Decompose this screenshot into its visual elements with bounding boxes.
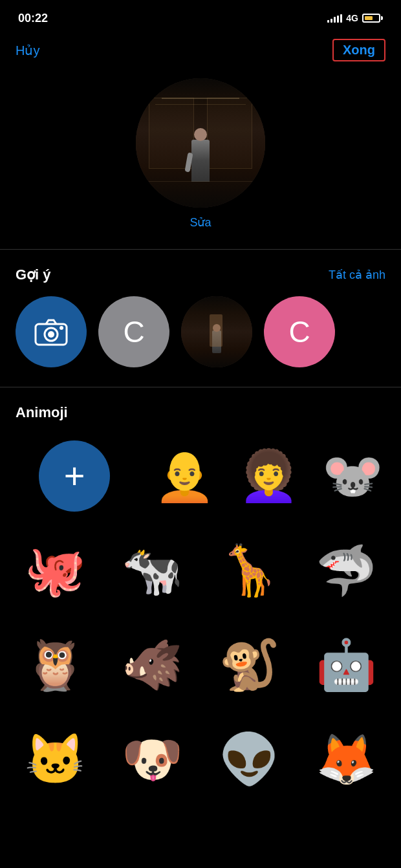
animoji-alien[interactable]: 👽 — [207, 717, 291, 801]
animoji-shark[interactable]: 🦈 — [304, 528, 388, 613]
svg-point-3 — [60, 326, 63, 330]
network-label: 4G — [346, 13, 358, 23]
camera-icon — [34, 318, 68, 346]
nav-bar: Hủy Xong — [0, 32, 401, 72]
animoji-monkey[interactable]: 🐒 — [207, 623, 291, 707]
animoji-woman-glasses[interactable]: 👩‍🦱 — [226, 434, 310, 518]
battery-icon — [362, 14, 383, 23]
signal-icon — [327, 14, 342, 23]
animoji-robot[interactable]: 🤖 — [304, 623, 388, 707]
animoji-header: Animoji — [0, 394, 401, 429]
avatar-section: Sửa — [0, 72, 401, 243]
avatar-image[interactable] — [136, 78, 265, 208]
suggestions-title: Gợi ý — [16, 266, 51, 283]
cancel-button[interactable]: Hủy — [16, 43, 39, 58]
status-time: 00:22 — [18, 12, 48, 25]
animoji-add-button[interactable]: + — [39, 440, 110, 512]
status-bar: 00:22 4G — [0, 0, 401, 32]
animoji-row-4: 🐱 🐶 👽 🦊 — [0, 712, 401, 807]
animoji-title: Animoji — [16, 404, 68, 421]
animoji-row-1: + 🧑‍🦲 👩‍🦱 🐭 — [0, 429, 401, 523]
animoji-bald[interactable]: 🧑‍🦲 — [142, 434, 226, 518]
animoji-dog[interactable]: 🐶 — [110, 717, 194, 801]
suggestion-photo[interactable] — [181, 296, 252, 367]
suggestion-letter-gray: C — [123, 314, 144, 349]
animoji-owl[interactable]: 🦉 — [13, 623, 97, 707]
status-icons: 4G — [327, 13, 383, 23]
suggestion-camera[interactable] — [16, 296, 87, 367]
all-photos-link[interactable]: Tất cả ảnh — [329, 268, 385, 282]
section-divider — [0, 249, 401, 250]
animoji-cat[interactable]: 🐱 — [13, 717, 97, 801]
plus-icon: + — [39, 440, 110, 512]
photo-thumbnail — [181, 296, 252, 367]
animoji-cow[interactable]: 🐄 — [110, 528, 194, 613]
suggestions-row: C C — [0, 291, 401, 380]
animoji-fox[interactable]: 🦊 — [304, 717, 388, 801]
animoji-divider — [0, 387, 401, 387]
animoji-boar[interactable]: 🐗 — [110, 623, 194, 707]
animoji-giraffe[interactable]: 🦒 — [207, 528, 291, 613]
animoji-row-3: 🦉 🐗 🐒 🤖 — [0, 618, 401, 712]
animoji-row-2: 🐙 🐄 🦒 🦈 — [0, 523, 401, 618]
avatar-edit-button[interactable]: Sửa — [190, 215, 211, 230]
suggestion-contact-gray[interactable]: C — [98, 296, 169, 367]
suggestion-contact-pink[interactable]: C — [264, 296, 335, 367]
animoji-section: Animoji + 🧑‍🦲 👩‍🦱 🐭 🐙 🐄 🦒 🦈 🦉 🐗 🐒 🤖 🐱 🐶 … — [0, 394, 401, 819]
suggestions-header: Gợi ý Tất cả ảnh — [0, 256, 401, 291]
done-button[interactable]: Xong — [332, 39, 385, 61]
animoji-mouse[interactable]: 🐭 — [310, 434, 395, 518]
animoji-octopus[interactable]: 🐙 — [13, 528, 97, 613]
svg-point-2 — [48, 331, 54, 338]
suggestion-letter-pink: C — [288, 314, 310, 349]
